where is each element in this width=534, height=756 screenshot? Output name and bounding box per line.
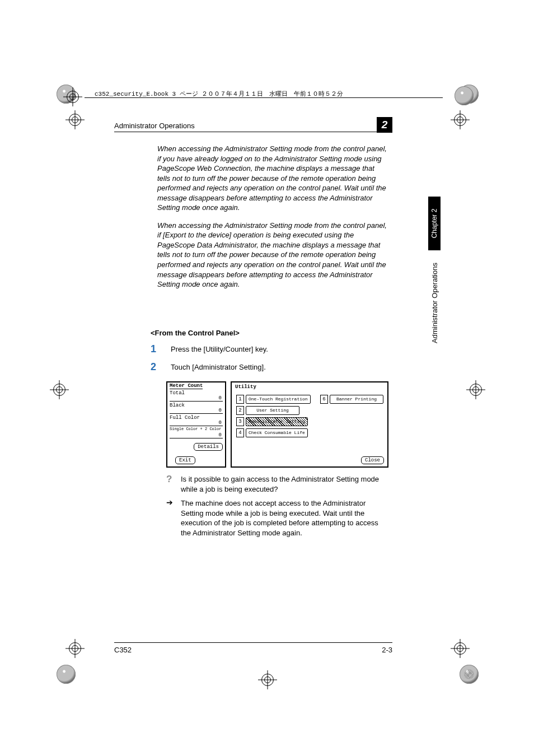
meter-value: 0 xyxy=(219,395,222,401)
utility-item-6[interactable]: 6 Banner Printing xyxy=(320,395,383,404)
subheading: <From the Control Panel> xyxy=(151,329,240,337)
utility-item-2[interactable]: 2 User Setting xyxy=(236,406,299,415)
reg-mark-mr xyxy=(466,380,485,399)
utility-item-number: 6 xyxy=(320,395,328,404)
utility-item-label: Administrator Setting xyxy=(246,417,308,426)
utility-item-1[interactable]: 1 One-Touch Registration xyxy=(236,395,311,404)
paragraph-1: When accessing the Administrator Setting… xyxy=(157,144,387,213)
close-button-label: Close xyxy=(361,456,384,464)
utility-item-label: User Setting xyxy=(246,406,299,415)
footer-rule xyxy=(114,642,392,643)
step-1: 1 Press the [Utility/Counter] key. xyxy=(151,344,386,354)
step-text: Press the [Utility/Counter] key. xyxy=(171,344,386,354)
meter-row-total: Total 0 xyxy=(170,390,223,402)
footer-left: C352 xyxy=(114,646,132,654)
running-head-rule xyxy=(114,132,392,132)
meter-count-panel: Meter Count Total 0 Black 0 Full Color 0… xyxy=(166,381,226,468)
meter-title: Meter Count xyxy=(170,384,203,389)
step-number: 1 xyxy=(151,344,161,354)
utility-item-number: 3 xyxy=(236,417,244,426)
meter-label: Single Color + 2 Color xyxy=(170,427,221,431)
body-text: When accessing the Administrator Setting… xyxy=(157,144,387,297)
exit-button[interactable]: Exit xyxy=(175,456,195,464)
reg-mark-br xyxy=(451,639,470,658)
qa-question-row: ? Is it possible to gain access to the A… xyxy=(166,474,386,494)
utility-item-label: Banner Printing xyxy=(330,395,383,404)
paragraph-2: When accessing the Administrator Setting… xyxy=(157,221,387,290)
corner-ball-br xyxy=(460,665,479,684)
reg-mark-bl xyxy=(65,639,85,658)
exit-button-label: Exit xyxy=(175,456,195,464)
meter-row-black: Black 0 xyxy=(170,403,223,414)
utility-item-number: 2 xyxy=(236,406,244,415)
utility-item-number: 4 xyxy=(236,428,244,437)
chapter-number-box: 2 xyxy=(377,117,392,133)
details-button[interactable]: Details xyxy=(194,443,223,451)
arrow-icon: ➔ xyxy=(166,498,175,538)
footer-right: 2-3 xyxy=(382,646,392,654)
reg-mark-tl xyxy=(65,110,85,129)
step-number: 2 xyxy=(151,362,161,372)
qa-answer: The machine does not accept access to th… xyxy=(181,498,386,538)
close-button[interactable]: Close xyxy=(361,456,384,464)
reg-mark-bc xyxy=(258,670,277,689)
qa-block: ? Is it possible to gain access to the A… xyxy=(166,474,386,542)
utility-item-label: Check Consumable Life xyxy=(246,428,308,437)
meter-value: 0 xyxy=(219,408,222,413)
step-text: Touch [Administrator Setting]. xyxy=(171,362,386,372)
qa-answer-row: ➔ The machine does not accept access to … xyxy=(166,498,386,538)
utility-item-4[interactable]: 4 Check Consumable Life xyxy=(236,428,308,437)
print-header-bar: c352_security_E.book 3 ページ ２００７年４月１１日 水曜… xyxy=(85,87,443,104)
print-header-text: c352_security_E.book 3 ページ ２００７年４月１１日 水曜… xyxy=(95,90,343,98)
details-button-label: Details xyxy=(194,443,223,451)
qa-question: Is it possible to gain access to the Adm… xyxy=(181,474,386,494)
print-header-regmark xyxy=(63,87,82,106)
corner-ball-bl xyxy=(57,665,76,684)
reg-mark-ml xyxy=(50,380,69,399)
utility-item-3-admin-setting[interactable]: 3 Administrator Setting xyxy=(236,417,308,426)
utility-item-number: 1 xyxy=(236,395,244,404)
utility-title: Utility xyxy=(235,384,256,390)
meter-label: Total xyxy=(170,390,185,396)
utility-item-label: One-Touch Registration xyxy=(246,395,311,404)
steps-list: 1 Press the [Utility/Counter] key. 2 Tou… xyxy=(151,344,386,380)
meter-label: Full Color xyxy=(170,415,200,421)
meter-row-singlecolor: Single Color + 2 Color 0 xyxy=(170,427,223,438)
side-vertical-label-container: Administrator Operations xyxy=(428,258,441,348)
meter-label: Black xyxy=(170,403,185,408)
running-head: Administrator Operations xyxy=(114,122,392,130)
reg-mark-tr xyxy=(451,110,470,129)
side-vertical-label: Administrator Operations xyxy=(430,263,439,343)
meter-row-fullcolor: Full Color 0 xyxy=(170,415,223,426)
utility-panel: Utility 1 One-Touch Registration 2 User … xyxy=(231,381,388,468)
question-mark-icon: ? xyxy=(166,474,175,494)
page: c352_security_E.book 3 ページ ２００７年４月１１日 水曜… xyxy=(0,0,534,756)
side-tab-label: Chapter 2 xyxy=(430,209,438,239)
meter-value: 0 xyxy=(219,420,222,426)
meter-value: 0 xyxy=(219,432,222,438)
step-2: 2 Touch [Administrator Setting]. xyxy=(151,362,386,372)
print-header-ball xyxy=(455,86,474,105)
touch-panel-screenshot: Meter Count Total 0 Black 0 Full Color 0… xyxy=(166,381,387,466)
side-tab: Chapter 2 xyxy=(428,197,441,250)
